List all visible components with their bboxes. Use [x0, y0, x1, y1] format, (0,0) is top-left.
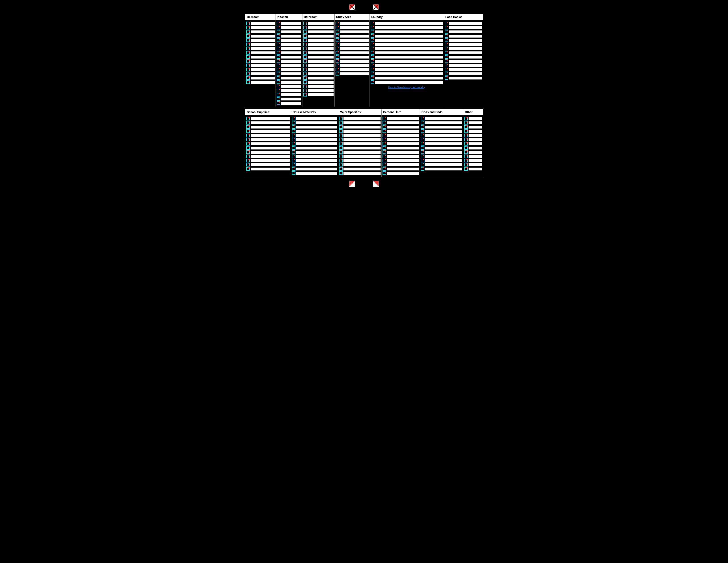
- checkbox[interactable]: [246, 159, 250, 162]
- checkbox-row[interactable]: [303, 38, 334, 42]
- checkbox-row[interactable]: [277, 55, 301, 59]
- checkbox[interactable]: [339, 121, 343, 124]
- checkbox-row[interactable]: [339, 159, 381, 162]
- checkbox-row[interactable]: [303, 93, 334, 96]
- checkbox[interactable]: [336, 30, 339, 34]
- checkbox-row[interactable]: [383, 159, 419, 162]
- checkbox[interactable]: [246, 150, 250, 154]
- checkbox[interactable]: [303, 30, 307, 34]
- checkbox[interactable]: [292, 133, 295, 137]
- checkbox-row[interactable]: [292, 154, 337, 158]
- checkbox-row[interactable]: [371, 55, 443, 59]
- checkbox-row[interactable]: [292, 150, 337, 154]
- checkbox[interactable]: [277, 89, 280, 92]
- checkbox[interactable]: [421, 146, 424, 150]
- checkbox[interactable]: [445, 76, 448, 80]
- checkbox-row[interactable]: [383, 117, 419, 120]
- checkbox-row[interactable]: [336, 22, 369, 25]
- checkbox-row[interactable]: [421, 163, 462, 166]
- checkbox[interactable]: [383, 154, 386, 158]
- checkbox[interactable]: [464, 121, 468, 124]
- checkbox-row[interactable]: [246, 26, 275, 29]
- checkbox-row[interactable]: [421, 125, 462, 129]
- checkbox[interactable]: [246, 121, 250, 124]
- checkbox[interactable]: [383, 142, 386, 145]
- checkbox-row[interactable]: [421, 138, 462, 141]
- checkbox[interactable]: [277, 34, 280, 38]
- checkbox[interactable]: [336, 59, 339, 63]
- checkbox[interactable]: [246, 72, 250, 75]
- checkbox-row[interactable]: [336, 51, 369, 55]
- checkbox[interactable]: [464, 159, 468, 162]
- checkbox-row[interactable]: [383, 121, 419, 124]
- checkbox-row[interactable]: [339, 150, 381, 154]
- checkbox[interactable]: [336, 26, 339, 29]
- checkbox[interactable]: [383, 133, 386, 137]
- checkbox[interactable]: [292, 167, 295, 171]
- checkbox-row[interactable]: [246, 80, 275, 84]
- checkbox-row[interactable]: [246, 163, 290, 166]
- checkbox[interactable]: [246, 80, 250, 84]
- checkbox-row[interactable]: [371, 38, 443, 42]
- checkbox-row[interactable]: [339, 138, 381, 141]
- checkbox-row[interactable]: [246, 38, 275, 42]
- checkbox[interactable]: [445, 68, 448, 71]
- checkbox[interactable]: [339, 125, 343, 129]
- checkbox[interactable]: [383, 117, 386, 120]
- checkbox[interactable]: [371, 72, 374, 75]
- checkbox-row[interactable]: [246, 133, 290, 137]
- checkbox[interactable]: [246, 125, 250, 129]
- checkbox[interactable]: [277, 64, 280, 67]
- checkbox-row[interactable]: [277, 26, 301, 29]
- checkbox-row[interactable]: [246, 59, 275, 63]
- checkbox-row[interactable]: [277, 59, 301, 63]
- checkbox[interactable]: [339, 117, 343, 120]
- checkbox-row[interactable]: [292, 159, 337, 162]
- checkbox[interactable]: [371, 59, 374, 63]
- checkbox-row[interactable]: [277, 76, 301, 80]
- checkbox[interactable]: [336, 55, 339, 59]
- checkbox[interactable]: [303, 68, 307, 71]
- checkbox-row[interactable]: [303, 72, 334, 75]
- checkbox-row[interactable]: [277, 72, 301, 75]
- checkbox-row[interactable]: [339, 133, 381, 137]
- checkbox-row[interactable]: [277, 89, 301, 92]
- checkbox[interactable]: [292, 159, 295, 162]
- checkbox-row[interactable]: [464, 117, 482, 120]
- checkbox-row[interactable]: [445, 38, 482, 42]
- checkbox-row[interactable]: [246, 51, 275, 55]
- checkbox-row[interactable]: [445, 47, 482, 50]
- checkbox[interactable]: [246, 129, 250, 133]
- checkbox-row[interactable]: [246, 121, 290, 124]
- checkbox-row[interactable]: [303, 68, 334, 71]
- checkbox-row[interactable]: [336, 47, 369, 50]
- checkbox[interactable]: [246, 22, 250, 25]
- checkbox-row[interactable]: [339, 171, 381, 175]
- checkbox[interactable]: [339, 167, 343, 171]
- checkbox[interactable]: [277, 97, 280, 101]
- checkbox-row[interactable]: [383, 171, 419, 175]
- checkbox-row[interactable]: [277, 93, 301, 96]
- checkbox-row[interactable]: [246, 30, 275, 34]
- checkbox[interactable]: [292, 171, 295, 175]
- checkbox[interactable]: [303, 72, 307, 75]
- checkbox[interactable]: [445, 26, 448, 29]
- checkbox[interactable]: [336, 72, 339, 75]
- checkbox[interactable]: [371, 38, 374, 42]
- checkbox-row[interactable]: [303, 30, 334, 34]
- checkbox[interactable]: [421, 129, 424, 133]
- checkbox[interactable]: [383, 138, 386, 141]
- checkbox-row[interactable]: [303, 85, 334, 88]
- checkbox[interactable]: [303, 51, 307, 55]
- checkbox[interactable]: [371, 68, 374, 71]
- checkbox[interactable]: [464, 146, 468, 150]
- checkbox-row[interactable]: [445, 51, 482, 55]
- checkbox-row[interactable]: [292, 142, 337, 145]
- checkbox[interactable]: [303, 59, 307, 63]
- checkbox[interactable]: [445, 34, 448, 38]
- checkbox-row[interactable]: [339, 129, 381, 133]
- checkbox[interactable]: [383, 167, 386, 171]
- checkbox[interactable]: [464, 167, 468, 171]
- checkbox-row[interactable]: [464, 146, 482, 150]
- checkbox[interactable]: [303, 76, 307, 80]
